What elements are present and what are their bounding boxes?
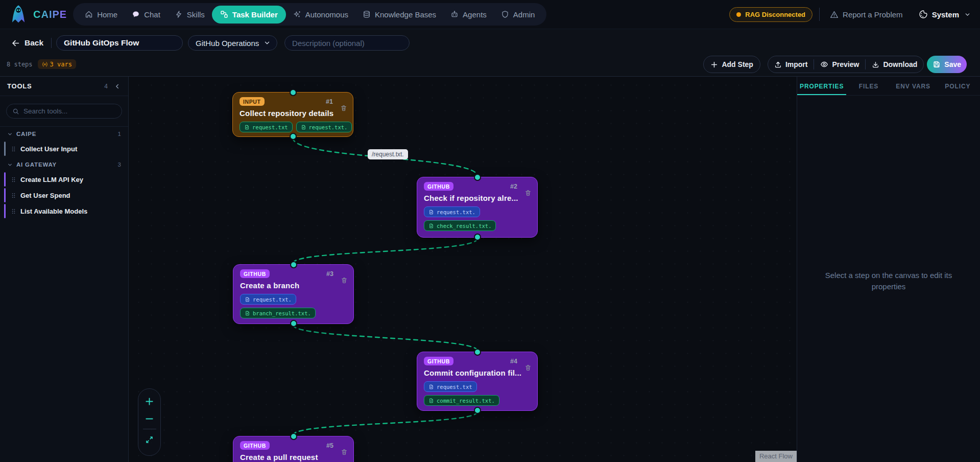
variable-icon (42, 61, 48, 67)
flow-node-4[interactable]: GITHUB #4 Commit configuration fil... re… (417, 352, 538, 411)
eye-icon (820, 60, 828, 68)
download-icon (872, 61, 879, 68)
nav-item-autonomous[interactable]: Autonomous (286, 6, 355, 23)
caipe-logo-icon (9, 5, 28, 24)
delete-node-button[interactable] (341, 448, 348, 456)
file-icon (428, 384, 434, 390)
flow-file-actions: Import Preview Download (768, 56, 924, 73)
tab-env-vars[interactable]: ENV VARS (891, 77, 936, 95)
flow-canvas[interactable]: /request.txt. INPUT #1 Collect repositor… (129, 77, 797, 462)
sparkles-icon (293, 10, 301, 18)
tools-sidebar: TOOLS 4 CAIPE 1 (0, 77, 129, 462)
trash-icon (341, 276, 348, 284)
delete-node-button[interactable] (524, 189, 532, 197)
trash-icon (524, 189, 532, 197)
save-icon (933, 60, 941, 68)
minus-icon (145, 414, 154, 424)
add-step-button[interactable]: Add Step (703, 56, 760, 73)
chevron-down-icon (964, 11, 971, 18)
node-id: #3 (326, 270, 333, 278)
tools-search-input[interactable] (23, 107, 116, 115)
main-nav: Home Chat Skills Task Builder Autonomous… (73, 3, 546, 26)
node-type-badge: GITHUB (240, 441, 270, 450)
node-title: Create a pull request (240, 453, 347, 461)
node-id: #4 (510, 358, 517, 365)
zoom-out-button[interactable] (141, 410, 158, 427)
drag-handle-icon (11, 192, 16, 199)
file-tag: request.txt (240, 122, 293, 132)
properties-panel: PROPERTIES FILES ENV VARS POLICY Select … (797, 77, 980, 462)
top-nav-right: RAG Disconnected Report a Problem System (729, 7, 971, 22)
preview-button[interactable]: Preview (814, 56, 865, 73)
flow-node-3[interactable]: GITHUB #3 Create a branch request.txt. b… (233, 264, 354, 324)
main-content: TOOLS 4 CAIPE 1 (0, 77, 980, 462)
nav-item-task-builder[interactable]: Task Builder (212, 6, 286, 24)
tools-search[interactable] (6, 104, 122, 119)
save-button[interactable]: Save (927, 56, 967, 73)
trash-icon (524, 364, 532, 372)
node-id: #5 (326, 442, 333, 449)
flow-node-1[interactable]: INPUT #1 Collect repository details requ… (232, 92, 353, 137)
file-tag: request.txt (424, 381, 477, 392)
nav-item-home[interactable]: Home (78, 6, 125, 23)
tab-properties[interactable]: PROPERTIES (797, 77, 846, 95)
node-title: Collect repository details (240, 109, 346, 118)
chevron-down-icon (7, 162, 13, 168)
report-problem-button[interactable]: Report a Problem (827, 8, 906, 21)
arrow-left-icon (11, 39, 20, 48)
tools-panel-title: TOOLS (7, 82, 32, 90)
tool-item-get-user-spend[interactable]: Get User Spend (4, 188, 123, 202)
tool-group-header[interactable]: AI GATEWAY 3 (0, 158, 128, 171)
nav-item-knowledge-bases[interactable]: Knowledge Bases (355, 6, 443, 23)
delete-node-button[interactable] (524, 364, 532, 372)
tool-item-collect-user-input[interactable]: Collect User Input (4, 142, 123, 156)
nav-item-agents[interactable]: Agents (443, 6, 494, 23)
tool-item-list-available-models[interactable]: List Available Models (4, 204, 123, 218)
react-flow-attribution[interactable]: React Flow (755, 451, 797, 462)
nav-item-admin[interactable]: Admin (494, 6, 542, 23)
brand-name: CAIPE (33, 9, 67, 20)
description-input[interactable] (284, 35, 410, 51)
vars-count-badge: 3 vars (38, 59, 76, 69)
file-icon (245, 310, 250, 316)
tab-policy[interactable]: POLICY (936, 77, 980, 95)
robot-icon (450, 10, 459, 18)
tool-group-header[interactable]: CAIPE 1 (0, 128, 128, 140)
shield-icon (501, 10, 509, 18)
file-icon (428, 209, 434, 215)
file-tag: branch_result.txt. (240, 308, 316, 318)
back-button[interactable]: Back (11, 38, 43, 48)
rag-status-badge[interactable]: RAG Disconnected (729, 7, 812, 22)
top-nav: CAIPE Home Chat Skills Task Builder Auto… (0, 0, 980, 29)
category-select[interactable]: GitHub Operations (188, 35, 277, 51)
flow-node-5[interactable]: GITHUB #5 Create a pull request (233, 436, 354, 462)
brand[interactable]: CAIPE (9, 5, 67, 24)
file-tag: commit_result.txt. (424, 395, 499, 406)
theme-selector[interactable]: System (919, 10, 971, 19)
delete-node-button[interactable] (341, 276, 348, 284)
status-dot-icon (736, 12, 741, 17)
tool-item-create-llm-api-key[interactable]: Create LLM API Key (4, 172, 123, 187)
plus-icon (710, 61, 718, 68)
trash-icon (341, 448, 348, 456)
chat-icon (132, 10, 140, 18)
warning-triangle-icon (830, 10, 839, 19)
workflow-icon (220, 10, 228, 18)
fit-view-button[interactable] (141, 431, 158, 448)
download-button[interactable]: Download (866, 56, 923, 73)
chevron-down-icon (7, 131, 13, 137)
delete-node-button[interactable] (340, 104, 347, 112)
nav-item-skills[interactable]: Skills (168, 6, 212, 23)
file-icon (428, 223, 434, 229)
divider (143, 429, 156, 429)
flow-node-2[interactable]: GITHUB #2 Check if repository alre... re… (417, 177, 538, 238)
tab-files[interactable]: FILES (846, 77, 891, 95)
palette-icon (919, 10, 928, 19)
nav-item-chat[interactable]: Chat (125, 6, 168, 23)
zoom-in-button[interactable] (141, 392, 158, 410)
tool-group-caipe: CAIPE 1 Collect User Input (0, 127, 128, 156)
collapse-sidebar-button[interactable] (114, 83, 121, 90)
import-button[interactable]: Import (768, 56, 814, 73)
node-title: Check if repository alre... (424, 194, 531, 202)
flow-name-input[interactable] (56, 35, 183, 51)
